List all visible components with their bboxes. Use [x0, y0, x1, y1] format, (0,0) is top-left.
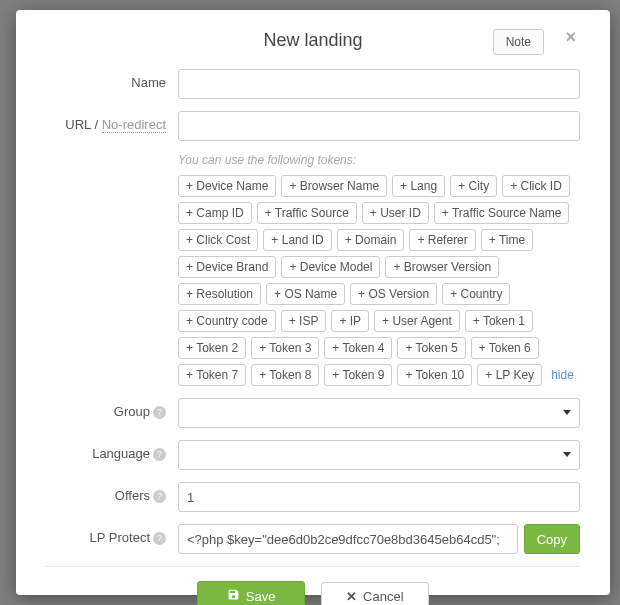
label-language: Language? — [46, 440, 178, 461]
token-button[interactable]: + Token 5 — [397, 337, 465, 359]
token-button[interactable]: + Land ID — [263, 229, 331, 251]
token-button[interactable]: + Token 6 — [471, 337, 539, 359]
language-select[interactable] — [178, 440, 580, 470]
token-button[interactable]: + Browser Name — [281, 175, 387, 197]
group-select[interactable] — [178, 398, 580, 428]
modal-title: New landing — [263, 30, 362, 51]
token-button[interactable]: + Click ID — [502, 175, 570, 197]
help-icon[interactable]: ? — [153, 448, 166, 461]
help-icon[interactable]: ? — [153, 490, 166, 503]
token-button[interactable]: + Camp ID — [178, 202, 252, 224]
token-button[interactable]: + OS Name — [266, 283, 345, 305]
tokens-grid: + Device Name+ Browser Name+ Lang+ City+… — [178, 175, 580, 386]
save-button[interactable]: Save — [197, 581, 305, 605]
token-button[interactable]: + Traffic Source — [257, 202, 357, 224]
note-button[interactable]: Note — [493, 29, 544, 55]
tokens-hint: You can use the following tokens: — [178, 153, 580, 167]
token-button[interactable]: + Country — [442, 283, 510, 305]
close-icon: × — [565, 27, 576, 47]
close-button[interactable]: × — [561, 27, 580, 48]
token-button[interactable]: + Token 8 — [251, 364, 319, 386]
row-tokens: You can use the following tokens: + Devi… — [46, 153, 580, 386]
form: Name URL / No-redirect You can use the f… — [46, 69, 580, 566]
token-button[interactable]: + Time — [481, 229, 533, 251]
label-group: Group? — [46, 398, 178, 419]
lp-protect-input[interactable] — [178, 524, 518, 554]
token-button[interactable]: + User ID — [362, 202, 429, 224]
name-input[interactable] — [178, 69, 580, 99]
new-landing-modal: New landing Note × Name URL / No-redirec… — [16, 10, 610, 595]
no-redirect-link[interactable]: No-redirect — [102, 117, 166, 133]
save-icon — [227, 588, 240, 604]
token-button[interactable]: + Device Brand — [178, 256, 276, 278]
token-button[interactable]: + Country code — [178, 310, 276, 332]
token-button[interactable]: + Referer — [409, 229, 475, 251]
token-button[interactable]: + IP — [331, 310, 369, 332]
row-offers: Offers? — [46, 482, 580, 512]
token-button[interactable]: + Token 10 — [397, 364, 472, 386]
row-group: Group? — [46, 398, 580, 428]
token-button[interactable]: + Traffic Source Name — [434, 202, 570, 224]
token-button[interactable]: + OS Version — [350, 283, 437, 305]
cancel-button[interactable]: ✕ Cancel — [321, 582, 429, 606]
row-name: Name — [46, 69, 580, 99]
token-button[interactable]: + Token 7 — [178, 364, 246, 386]
token-button[interactable]: + LP Key — [477, 364, 542, 386]
modal-footer: Save ✕ Cancel — [46, 566, 580, 605]
label-lp-protect: LP Protect? — [46, 524, 178, 545]
token-button[interactable]: + Token 9 — [324, 364, 392, 386]
token-button[interactable]: + Token 2 — [178, 337, 246, 359]
row-url: URL / No-redirect — [46, 111, 580, 141]
label-url: URL / No-redirect — [46, 111, 178, 132]
token-button[interactable]: + Browser Version — [385, 256, 499, 278]
help-icon[interactable]: ? — [153, 406, 166, 419]
token-button[interactable]: + Domain — [337, 229, 405, 251]
token-button[interactable]: + Token 1 — [465, 310, 533, 332]
label-name: Name — [46, 69, 178, 90]
modal-header: New landing Note × — [46, 30, 580, 51]
token-button[interactable]: + Resolution — [178, 283, 261, 305]
token-button[interactable]: + Device Model — [281, 256, 380, 278]
help-icon[interactable]: ? — [153, 532, 166, 545]
token-button[interactable]: + Token 3 — [251, 337, 319, 359]
token-button[interactable]: + ISP — [281, 310, 327, 332]
token-button[interactable]: + Device Name — [178, 175, 276, 197]
token-button[interactable]: + City — [450, 175, 497, 197]
offers-input[interactable] — [178, 482, 580, 512]
cancel-icon: ✕ — [346, 589, 357, 604]
token-button[interactable]: + Token 4 — [324, 337, 392, 359]
token-button[interactable]: + Lang — [392, 175, 445, 197]
url-input[interactable] — [178, 111, 580, 141]
copy-button[interactable]: Copy — [524, 524, 580, 554]
row-lp-protect: LP Protect? Copy — [46, 524, 580, 554]
token-button[interactable]: + Click Cost — [178, 229, 258, 251]
token-button[interactable]: + User Agent — [374, 310, 460, 332]
row-language: Language? — [46, 440, 580, 470]
label-offers: Offers? — [46, 482, 178, 503]
hide-tokens-link[interactable]: hide — [547, 365, 578, 385]
